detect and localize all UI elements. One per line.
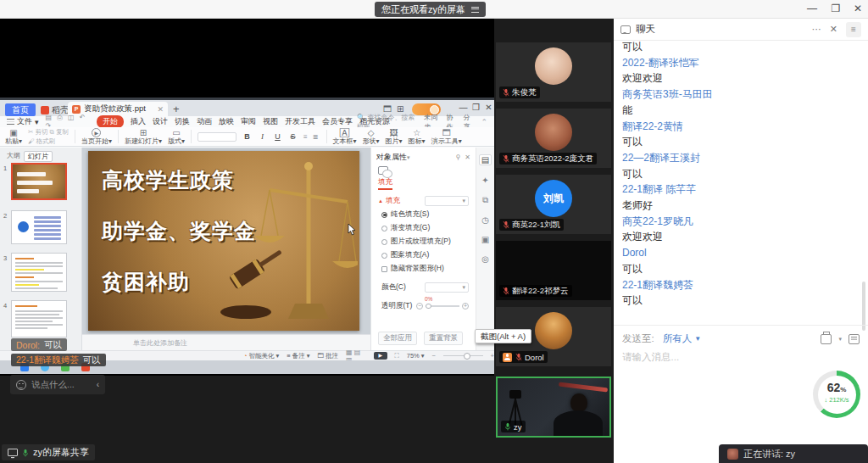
file-menu[interactable]: 文件 ▾ [7,116,39,127]
participant-tile-pangwenjun[interactable]: 商务英语2022-2庞文君 [496,109,611,168]
wps-close-icon[interactable]: ✕ [483,103,494,112]
zoom-level[interactable]: 75%▾ [407,352,425,360]
new-tab-button[interactable]: + [173,103,180,115]
chat-message: 欢迎欢迎 [622,70,858,86]
chat-close-icon[interactable]: ✕ [830,24,837,35]
chat-message-input[interactable] [622,352,858,362]
collapse-chevron-icon[interactable]: ‹ [97,380,99,389]
alpha-slider[interactable]: − 0% + [416,303,469,310]
plus-icon[interactable]: + [462,303,469,310]
new-slide-button[interactable]: ⊞新建幻灯片▾ [125,128,162,146]
minimize-button[interactable]: — [805,3,819,14]
collapse-ribbon-icon[interactable]: ⌃ [481,118,487,126]
color-label: 颜色(C) [381,282,406,293]
layout-button[interactable]: ▭版式▾ [168,128,185,146]
menu-item[interactable]: 动画 [197,116,212,127]
host-badge-icon [503,353,512,362]
fit-icon[interactable]: ⛶ [395,352,399,360]
chat-notes-icon[interactable] [849,334,860,344]
notes-hint[interactable]: 单击此处添加备注 [82,334,370,350]
speaking-indicator[interactable]: 正在讲话: zy [719,444,868,463]
menu-item[interactable]: 切换 [175,116,190,127]
play-from-current-button[interactable]: ▶当页开始▾ [81,128,112,145]
font-name-select[interactable] [198,132,236,142]
participant-tile-zy-active-speaker[interactable]: zy [496,377,611,438]
menu-item[interactable]: 会员专享 [322,116,353,127]
menu-item[interactable]: 审阅 [241,116,256,127]
fill-preset-dropdown[interactable]: ▾ [425,196,469,206]
strikethrough-button[interactable]: S [288,132,298,141]
menu-item[interactable]: 视图 [263,116,278,127]
underline-button[interactable]: U [273,132,282,141]
apply-all-button[interactable]: 全部应用 [378,332,417,345]
menu-item[interactable]: 开发工具 [285,116,315,127]
fill-tab[interactable]: 填充 [378,177,392,190]
send-to-select[interactable]: 所有人 [663,332,693,345]
banner-menu-icon[interactable] [471,7,479,13]
paste-button[interactable]: ▣粘贴▾ [5,128,22,146]
fill-option-radio[interactable]: 图片或纹理填充(P) [381,237,476,247]
chat-scrollbar[interactable] [862,282,865,331]
notes-button[interactable]: ≡ 备注▾ [287,352,309,360]
chat-history-icon[interactable] [821,334,832,344]
panel-close-icon[interactable]: ✕ [465,153,470,161]
history-caret-icon[interactable]: ▾ [838,336,842,343]
quick-chat-input[interactable]: 说点什么... ‹ [10,375,105,394]
chat-more-icon[interactable]: ⋯ [812,24,821,35]
participant-tile-qimengyun[interactable]: 翻译22-2祁梦云 [496,241,611,300]
wps-home-tab[interactable]: 首页 [5,103,36,116]
chat-message-list[interactable]: 可以2022-翻译张恺军欢迎欢迎商务英语3班-马田田能翻译22-2黄情可以22—… [622,39,858,327]
italic-button[interactable]: I [258,132,267,141]
screen-share-badge[interactable]: zy的屏幕共享 [2,444,95,460]
menu-item-start[interactable]: 开始 [97,115,124,128]
send-to-caret-icon[interactable]: ▼ [694,335,701,343]
slide-thumbnail-1[interactable] [11,163,67,200]
hide-background-checkbox[interactable]: 隐藏背景图形(H) [381,264,476,274]
fill-option-radio[interactable]: 纯色填充(S) [381,209,476,220]
properties-panel-icon[interactable]: ▤ [479,154,492,165]
settings-icon[interactable]: ◎ [481,254,489,264]
slide-thumbnail-3[interactable] [11,253,67,292]
wps-restore-icon[interactable]: ❐ [470,103,481,112]
participant-tile-liukai[interactable]: 刘凯 商英22-1刘凯 [496,175,611,234]
clipboard-group[interactable]: ✂ 剪切 ⧉ 复制 🖌 格式刷 [28,128,69,146]
watching-banner[interactable]: 您正在观看zy的屏幕 [375,2,486,17]
zoom-slider[interactable] [443,355,483,357]
present-tools-button[interactable]: 🗔演示工具▾ [431,128,462,146]
reset-background-button[interactable]: 重置背景 [424,332,463,345]
current-slide[interactable]: 高校学生政策 助学金、奖学金 贫困补助 [88,151,359,331]
slide-thumbnail-4[interactable] [11,300,67,337]
participant-tile-zhujunfan[interactable]: 朱俊梵 [496,42,611,102]
slides-tab[interactable]: 幻灯片 [24,151,53,162]
textbox-button[interactable]: 🄰文本框▾ [333,128,357,146]
emoji-icon[interactable] [16,380,26,390]
color-dropdown[interactable]: ▾ [425,282,469,293]
picture-button[interactable]: 🖼图片▾ [386,128,403,146]
outline-tab[interactable]: 大纲 [7,151,20,162]
menu-item[interactable]: 插入 [131,116,146,127]
icons-button[interactable]: ☆图标▾ [409,128,426,146]
comments-button[interactable]: 🗔 批注 [317,352,338,360]
person-silhouette [570,393,587,412]
menu-item[interactable]: 设计 [153,116,168,127]
tab-close-icon[interactable]: ✕ [157,105,164,114]
shape-button[interactable]: ◇形状▾ [363,128,380,146]
fill-option-radio[interactable]: 渐变填充(G) [381,223,476,233]
media-panel-icon[interactable]: ▣ [481,235,489,244]
menu-item[interactable]: 放映 [219,116,234,127]
minus-icon[interactable]: − [416,303,423,310]
slide-thumbnail-2[interactable] [11,210,67,244]
clipboard-panel-icon[interactable]: ⧉ [482,195,488,205]
effects-icon[interactable]: ✦ [481,176,488,185]
maximize-button[interactable]: ❐ [829,3,843,14]
smart-beautify-button[interactable]: ◔智能美化▾ [243,352,279,360]
fill-option-radio[interactable]: 图案填充(A) [381,250,476,260]
history-icon[interactable]: ◷ [481,215,489,225]
close-button[interactable]: ✕ [851,3,865,14]
slideshow-play-button[interactable]: ▶ [374,352,387,360]
wps-minimize-icon[interactable]: — [458,103,469,112]
align-buttons[interactable]: ≡ ≣ [303,133,320,141]
panel-list-icon[interactable]: ≡ [846,22,861,37]
bold-button[interactable]: B [242,132,252,141]
pin-icon[interactable]: ⚲ [455,153,460,161]
